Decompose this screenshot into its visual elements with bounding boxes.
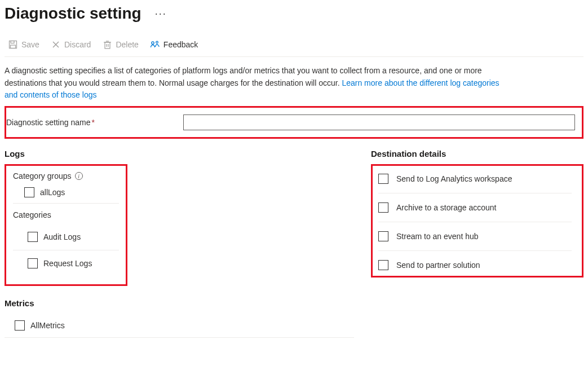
alllogs-row: allLogs xyxy=(13,185,119,204)
category-groups-label: Category groups xyxy=(13,171,72,180)
required-asterisk: * xyxy=(91,118,94,127)
more-actions-icon[interactable]: ··· xyxy=(155,8,167,20)
feedback-button[interactable]: Feedback xyxy=(150,39,198,50)
allmetrics-row: AllMetrics xyxy=(5,314,354,338)
save-label: Save xyxy=(21,40,39,49)
alllogs-checkbox[interactable] xyxy=(24,187,34,197)
svg-point-11 xyxy=(156,41,158,43)
dest-law-checkbox[interactable] xyxy=(378,174,388,184)
toolbar: Save Discard Delete Feedback xyxy=(5,34,583,57)
destinations-section-title: Destination details xyxy=(371,149,583,158)
dest-law-label: Send to Log Analytics workspace xyxy=(396,174,512,183)
svg-rect-5 xyxy=(105,42,110,49)
info-icon[interactable]: i xyxy=(75,172,83,180)
dest-storage-label: Archive to a storage account xyxy=(396,203,496,212)
categories-header: Categories xyxy=(13,210,119,219)
setting-name-row: Diagnostic setting name* xyxy=(5,106,583,139)
category-groups-header: Category groups i xyxy=(13,171,119,180)
dest-partner-label: Send to partner solution xyxy=(396,261,480,270)
main-columns: Logs Category groups i allLogs Categorie… xyxy=(5,149,583,338)
audit-logs-row: Audit Logs xyxy=(13,224,119,250)
description-text: A diagnostic setting specifies a list of… xyxy=(5,57,501,105)
logs-highlight-box: Category groups i allLogs Categories Aud… xyxy=(5,164,127,286)
audit-logs-checkbox[interactable] xyxy=(28,232,38,242)
trash-icon xyxy=(102,39,112,50)
discard-button[interactable]: Discard xyxy=(51,39,91,50)
dest-storage-row: Archive to a storage account xyxy=(378,193,572,222)
logs-section-title: Logs xyxy=(5,149,354,158)
dest-partner-row: Send to partner solution xyxy=(378,251,572,275)
discard-label: Discard xyxy=(64,40,91,49)
dest-eventhub-label: Stream to an event hub xyxy=(396,232,479,241)
dest-law-row: Send to Log Analytics workspace xyxy=(378,169,572,193)
page-header: Diagnostic setting ··· xyxy=(5,0,583,34)
close-icon xyxy=(51,39,61,50)
save-button[interactable]: Save xyxy=(8,39,39,50)
setting-name-input[interactable] xyxy=(183,114,575,130)
logs-column: Logs Category groups i allLogs Categorie… xyxy=(5,149,354,338)
allmetrics-checkbox[interactable] xyxy=(15,320,25,331)
save-icon xyxy=(8,39,18,50)
request-logs-label: Request Logs xyxy=(43,259,92,268)
request-logs-checkbox[interactable] xyxy=(28,258,38,268)
dest-eventhub-row: Stream to an event hub xyxy=(378,222,572,251)
delete-button[interactable]: Delete xyxy=(102,39,138,50)
dest-eventhub-checkbox[interactable] xyxy=(378,231,388,241)
feedback-label: Feedback xyxy=(163,40,198,49)
destinations-highlight-box: Send to Log Analytics workspace Archive … xyxy=(371,164,583,278)
metrics-section: Metrics AllMetrics xyxy=(5,298,354,338)
allmetrics-label: AllMetrics xyxy=(30,321,65,330)
request-logs-row: Request Logs xyxy=(13,250,119,276)
svg-rect-1 xyxy=(11,41,14,43)
destinations-column: Destination details Send to Log Analytic… xyxy=(371,149,583,338)
alllogs-label: allLogs xyxy=(40,188,65,197)
delete-label: Delete xyxy=(116,40,138,49)
svg-point-10 xyxy=(152,42,154,44)
metrics-section-title: Metrics xyxy=(5,298,354,308)
setting-name-label: Diagnostic setting name* xyxy=(6,118,183,127)
svg-rect-2 xyxy=(11,45,16,49)
categories-list: Audit Logs Request Logs xyxy=(13,224,119,276)
feedback-icon xyxy=(150,39,160,50)
page-title: Diagnostic setting xyxy=(5,5,142,23)
audit-logs-label: Audit Logs xyxy=(43,232,81,241)
dest-partner-checkbox[interactable] xyxy=(378,260,388,270)
dest-storage-checkbox[interactable] xyxy=(378,202,388,213)
